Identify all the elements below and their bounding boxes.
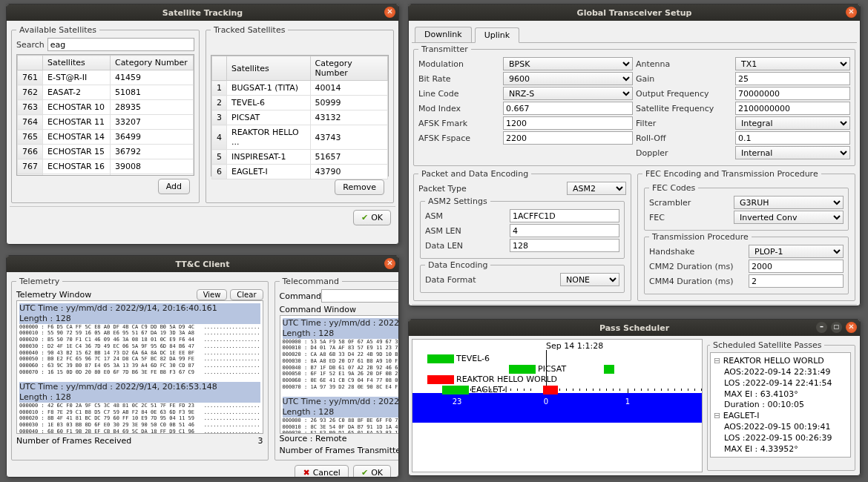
ttc-client-window: TT&C Client ✕ Telemetry Telemetry Window… [6, 255, 399, 478]
close-icon[interactable]: ✕ [384, 258, 395, 269]
telemetry-group: Telemetry Telemetry Window View Clear UT… [11, 277, 269, 460]
timeline-block[interactable]: REAKTOR HELLO WORLD [427, 375, 454, 384]
filter-select[interactable]: Integral [735, 116, 850, 130]
doppler-select[interactable]: Internal [735, 146, 850, 159]
antenna-select[interactable]: TX1 [735, 57, 850, 70]
timeline-block[interactable] [604, 365, 614, 374]
timeline[interactable]: Sep 14 1:1:28 23012 TEVEL-6PICSATREAKTOR… [412, 339, 703, 472]
rolloff-input[interactable] [735, 131, 850, 145]
cmm4-input[interactable] [749, 274, 844, 288]
packettype-select[interactable]: ASM2 [567, 182, 626, 195]
telemetry-view-button[interactable]: View [197, 289, 228, 300]
col-category[interactable]: Category Number [110, 56, 193, 70]
table-row[interactable]: 5INSPIRESAT-151657 [212, 150, 388, 165]
tab-uplink[interactable]: Uplink [475, 27, 520, 43]
tab-downlink[interactable]: Downlink [415, 27, 472, 42]
handshake-select[interactable]: PLOP-1 [749, 245, 844, 258]
cancel-button[interactable]: Cancel [295, 465, 348, 478]
fmark-input[interactable] [503, 116, 633, 130]
tree-leaf: AOS:2022-09-15 00:19:41 [724, 422, 847, 433]
table-row[interactable]: 761E-ST@R-II41459 [18, 70, 194, 85]
timeline-block[interactable]: EAGLET-I [442, 386, 469, 394]
maximize-icon[interactable]: □ [831, 322, 842, 333]
col-satellites[interactable]: Satellites [227, 56, 311, 81]
fec-group: FEC Encoding and Transmission Procedure … [637, 169, 855, 301]
fspace-label: AFSK Fspace [418, 133, 500, 143]
remove-button[interactable]: Remove [335, 179, 384, 195]
fec-select[interactable]: Inverted Conv [734, 211, 844, 224]
telecommand-hex-view[interactable]: UTC Time : yy/mm/dd : 2022/9/14, 20:16:5… [280, 315, 399, 434]
col-category[interactable]: Category Number [310, 56, 387, 81]
modulation-select[interactable]: BPSK [503, 57, 633, 70]
asmlen-input[interactable] [510, 224, 619, 237]
add-button[interactable]: Add [158, 179, 190, 194]
table-row[interactable]: 764ECHOSTAR 1133207 [18, 115, 194, 130]
table-row[interactable]: 762EASAT-251081 [18, 85, 194, 100]
pass-tree[interactable]: REAKTOR HELLO WORLDAOS:2022-09-14 22:31:… [710, 352, 851, 458]
dataformat-select[interactable]: NONE [560, 273, 619, 286]
dataformat-label: Data Format [425, 275, 557, 285]
close-icon[interactable]: ✕ [846, 322, 857, 333]
table-row[interactable]: 4REAKTOR HELLO ...43743 [212, 125, 388, 150]
close-icon[interactable]: ✕ [384, 7, 395, 18]
data-encoding-group: Data Encoding Data FormatNONE [420, 260, 625, 293]
minimize-icon[interactable]: – [816, 322, 827, 333]
table-row[interactable]: 767ECHOSTAR 1639008 [18, 159, 194, 174]
pass-scheduler-window: Pass Scheduler – □ ✕ Sep 14 1:1:28 23012… [408, 319, 861, 476]
transceiver-setup-window: Global Transceiver Setup ✕ Downlink Upli… [408, 4, 861, 306]
titlebar[interactable]: Satellite Tracking ✕ [7, 4, 398, 21]
ok-button[interactable]: OK [353, 210, 391, 225]
command-input[interactable] [321, 289, 399, 303]
scrambler-select[interactable]: G3RUH [734, 196, 844, 209]
linecode-select[interactable]: NRZ-S [503, 87, 633, 100]
titlebar[interactable]: Global Transceiver Setup ✕ [409, 4, 860, 21]
datalen-input[interactable] [510, 239, 619, 252]
telemetry-hex-view[interactable]: UTC Time : yy/mm/dd : 2022/9/14, 20:16:4… [16, 300, 263, 434]
table-row[interactable]: 2TEVEL-650999 [212, 96, 388, 110]
satfreq-input[interactable] [735, 102, 850, 115]
tree-leaf: LOS :2022-09-14 22:41:54 [724, 378, 847, 389]
timeline-ruler: 23012 [412, 393, 702, 423]
gain-input[interactable] [735, 72, 850, 85]
sched-legend: Scheduled Satellite Passes [710, 340, 824, 350]
available-legend: Available Satellites [16, 25, 99, 35]
command-label: Command [280, 291, 318, 301]
telemetry-clear-button[interactable]: Clear [230, 289, 263, 300]
fec-label: FEC [649, 213, 731, 222]
packet-legend: Packet and Data Encoding [418, 169, 531, 179]
tree-leaf: MAX El : 4.33952° [724, 444, 847, 455]
fec-legend: FEC Encoding and Transmission Procedure [642, 169, 821, 179]
scrambler-label: Scrambler [649, 198, 731, 208]
timeline-date-label: Sep 14 1:1:28 [546, 341, 603, 351]
col-satellites[interactable]: Satellites [43, 56, 111, 70]
titlebar[interactable]: Pass Scheduler – □ ✕ [409, 320, 860, 336]
fspace-input[interactable] [503, 131, 633, 145]
table-row[interactable]: 766ECHOSTAR 1536792 [18, 145, 194, 159]
tree-node[interactable]: REAKTOR HELLO WORLDAOS:2022-09-14 22:31:… [714, 356, 847, 411]
timeline-block[interactable]: TEVEL-6 [427, 354, 454, 363]
gain-label: Gain [636, 74, 732, 84]
telecommand-legend: Telecommand [280, 277, 342, 286]
tree-node[interactable]: EAGLET-IAOS:2022-09-15 00:19:41LOS :2022… [714, 411, 847, 458]
handshake-label: Handshake [649, 247, 746, 257]
cmm2-input[interactable] [749, 260, 844, 273]
titlebar[interactable]: TT&C Client ✕ [7, 256, 398, 272]
timeline-block[interactable]: PICSAT [509, 365, 536, 374]
tracked-table[interactable]: Satellites Category Number 1BUGSAT-1 (TI… [211, 56, 388, 179]
window-title: Satellite Tracking [162, 8, 243, 18]
timeline-block[interactable] [543, 386, 558, 394]
table-row[interactable]: 765ECHOSTAR 1436499 [18, 130, 194, 145]
bitrate-select[interactable]: 9600 [503, 72, 633, 85]
ok-button[interactable]: OK [353, 465, 391, 478]
search-label: Search [16, 40, 45, 50]
dataenc-legend: Data Encoding [425, 260, 490, 270]
search-input[interactable] [47, 38, 194, 51]
asm-input[interactable] [510, 209, 619, 222]
table-row[interactable]: 1BUGSAT-1 (TITA)40014 [212, 81, 388, 96]
close-icon[interactable]: ✕ [846, 7, 857, 18]
available-table[interactable]: Satellites Category Number 761E-ST@R-II4… [17, 55, 194, 176]
table-row[interactable]: 3PICSAT43132 [212, 110, 388, 125]
modindex-input[interactable] [503, 102, 633, 115]
table-row[interactable]: 763ECHOSTAR 1028935 [18, 100, 194, 115]
outfreq-input[interactable] [735, 87, 850, 100]
